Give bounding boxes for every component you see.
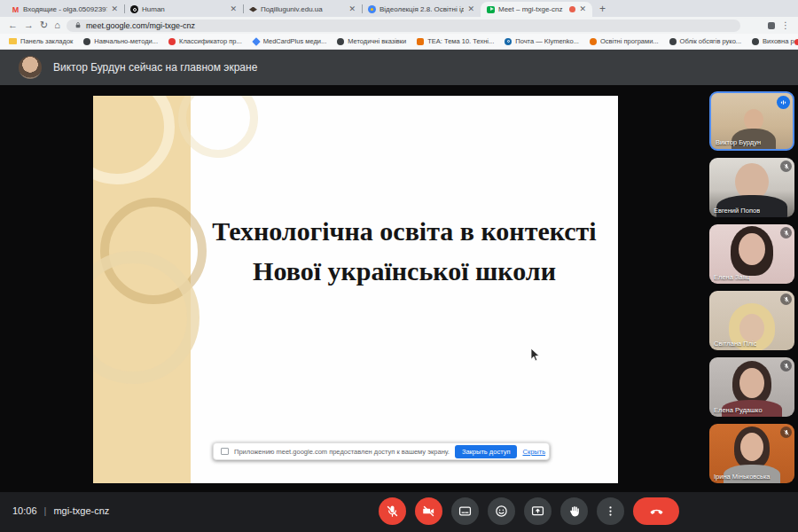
browser-menu-icon[interactable]: ⋮ (781, 20, 790, 30)
mic-off-icon (780, 360, 792, 372)
address-bar[interactable]: meet.google.com/mgi-txge-cnz (66, 20, 740, 32)
hide-notice-link[interactable]: Скрыть (522, 448, 545, 456)
participant-tile[interactable]: Елена Рудашко (709, 357, 794, 417)
decorative-circle (178, 96, 258, 158)
divider: | (44, 505, 47, 516)
presenter-banner: Виктор Бурдун сейчас на главном экране (0, 50, 798, 85)
call-controls (379, 497, 679, 525)
tab-title: Meet – mgi-txge-cnz (498, 5, 566, 13)
gmail-icon: M (12, 5, 20, 13)
decorative-circle (93, 96, 175, 184)
extension-icon[interactable] (768, 22, 775, 29)
bookmark-item[interactable]: Освітні програми... (590, 37, 659, 45)
camera-off-button[interactable] (415, 497, 442, 525)
audio-speaking-icon (777, 96, 790, 109)
participant-tile[interactable]: Евгений Попов (709, 158, 794, 217)
globe-icon (669, 38, 677, 45)
mic-off-icon (780, 426, 792, 438)
bookmark-overflow-icon (794, 39, 798, 45)
share-notice-text: Приложению meet.google.com предоставлен … (234, 448, 450, 456)
close-icon[interactable]: ✕ (348, 5, 356, 13)
red-circle-icon (168, 38, 176, 45)
pin-icon (368, 5, 376, 13)
forward-button[interactable]: → (24, 20, 34, 30)
participant-tile[interactable]: Елена Заяц (709, 224, 794, 284)
blue-diamond-icon (252, 37, 261, 46)
tab-gmail[interactable]: M Входящие - olga.0509239777@ ✕ (5, 2, 124, 17)
slide-title: Технологічна освіта в контексті Нової ук… (192, 211, 616, 291)
home-button[interactable]: ⌂ (54, 20, 60, 30)
tab-meet-active[interactable]: Meet – mgi-txge-cnz ✕ (481, 2, 592, 17)
lock-icon (74, 21, 82, 29)
browser-toolbar: ← → ↻ ⌂ meet.google.com/mgi-txge-cnz ⋮ (0, 17, 798, 34)
participant-name: Елена Заяц (714, 273, 750, 281)
graduation-cap-icon (249, 5, 257, 13)
stop-sharing-button[interactable]: Закрыть доступ (455, 445, 518, 458)
bookmark-item[interactable]: Классификатор пр... (168, 37, 242, 45)
tab-video-lecture[interactable]: Відеолекція 2.8. Освітні ідеали ✕ (362, 2, 481, 17)
bookmark-item[interactable]: ТЕА: Тема 10. Техні... (417, 37, 494, 45)
meeting-code: mgi-txge-cnz (53, 505, 109, 516)
close-icon[interactable]: ✕ (467, 5, 474, 13)
participant-name: Елена Рудашко (714, 406, 763, 414)
participant-name: Виктор Бурдун (716, 138, 761, 146)
meet-icon (487, 5, 495, 13)
new-tab-button[interactable]: + (599, 3, 606, 17)
mouse-cursor-icon (530, 348, 540, 363)
raise-hand-button[interactable] (560, 497, 588, 525)
participant-tile[interactable]: Ірина Міньковська (709, 424, 794, 483)
back-button[interactable]: ← (8, 20, 18, 30)
presenter-avatar (19, 56, 42, 79)
presenter-banner-text: Виктор Бурдун сейчас на главном экране (53, 61, 257, 74)
meet-control-bar: 10:06 | mgi-txge-cnz (0, 492, 798, 532)
reactions-button[interactable] (488, 497, 515, 525)
mail-icon (505, 38, 512, 45)
bookmark-item[interactable]: Методичні вказівки (337, 37, 406, 45)
orange-square-icon (417, 38, 424, 45)
tab-title: Входящие - olga.0509239777@ (23, 5, 107, 13)
end-call-button[interactable] (633, 497, 679, 525)
presentation-slide: Технологічна освіта в контексті Нової ук… (93, 96, 618, 483)
close-icon[interactable]: ✕ (230, 5, 237, 13)
bookmark-item[interactable]: MedCardPlus меди... (253, 37, 327, 45)
url-text: meet.google.com/mgi-txge-cnz (86, 21, 195, 30)
clock-time: 10:06 (12, 505, 37, 516)
monitor-icon (221, 448, 229, 455)
bookmark-item[interactable]: Виховна робота (752, 37, 798, 45)
screen-share-notice: Приложению meet.google.com предоставлен … (213, 442, 550, 460)
toolbar-right: ⋮ (768, 20, 790, 30)
browser-window: M Входящие - olga.0509239777@ ✕ Human ✕ … (0, 0, 798, 532)
participant-tile[interactable]: Світлана Пліс (709, 291, 794, 350)
tab-human[interactable]: Human ✕ (124, 2, 243, 17)
more-options-button[interactable] (597, 497, 624, 525)
mic-off-icon (780, 160, 792, 172)
globe-icon (83, 38, 90, 45)
tab-university[interactable]: Подilluguniv.edu.ua ✕ (243, 2, 362, 17)
participant-name: Ірина Міньковська (714, 473, 771, 481)
mic-off-icon (780, 227, 792, 239)
human-icon (130, 5, 138, 13)
tab-title: Відеолекція 2.8. Освітні ідеали (379, 5, 464, 13)
meeting-info: 10:06 | mgi-txge-cnz (12, 505, 109, 516)
globe-icon (752, 38, 759, 45)
close-icon[interactable]: ✕ (111, 5, 118, 13)
bookmark-folder[interactable]: Панель закладок (9, 37, 73, 45)
present-screen-button[interactable] (524, 497, 552, 525)
bookmarks-bar: Панель закладок Навчально-методи... Клас… (0, 34, 798, 50)
participant-name: Світлана Пліс (714, 340, 756, 348)
mic-off-button[interactable] (379, 497, 406, 525)
tab-title: Human (142, 5, 226, 13)
captions-button[interactable] (451, 497, 479, 525)
tab-strip: M Входящие - olga.0509239777@ ✕ Human ✕ … (0, 0, 798, 17)
bookmark-item[interactable]: Навчально-методи... (83, 37, 158, 45)
close-icon[interactable]: ✕ (579, 5, 586, 13)
orange-circle-icon (590, 38, 597, 45)
participant-tile[interactable]: Виктор Бурдун (709, 91, 794, 151)
folder-icon (9, 38, 17, 44)
reload-button[interactable]: ↻ (40, 20, 48, 30)
mic-off-icon (780, 293, 792, 305)
participant-name: Евгений Попов (714, 207, 760, 215)
bookmark-item[interactable]: Облік обсягів руко... (669, 37, 742, 45)
bookmark-item[interactable]: Почта — Klymenko... (505, 37, 579, 45)
recording-dot-icon (569, 6, 575, 12)
